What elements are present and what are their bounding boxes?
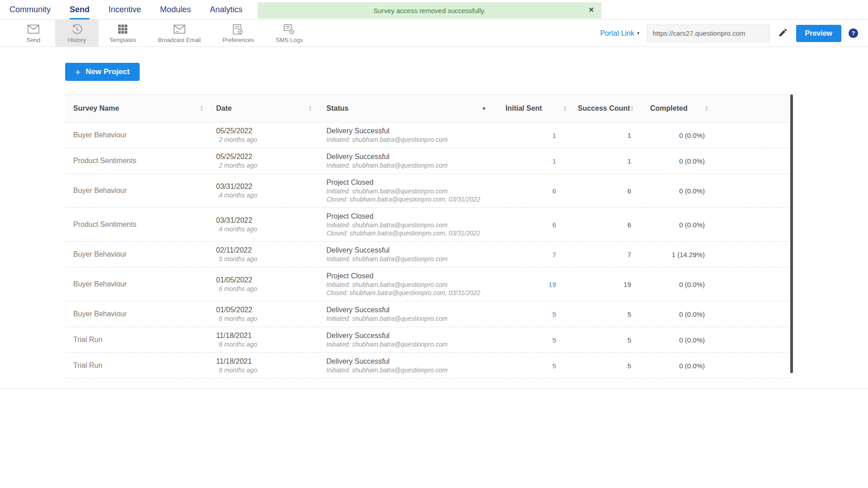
survey-name-link[interactable]: Buyer Behaviour (73, 187, 127, 194)
toolbar-history[interactable]: History (55, 20, 99, 47)
table-scrollbar[interactable] (790, 94, 793, 373)
toolbar-preferences-label: Preferences (222, 37, 254, 43)
success-count-value: 5 (574, 362, 641, 370)
plus-icon: + (75, 67, 80, 77)
table-body: Buyer Behaviour 05/25/2022 2 months ago … (65, 122, 793, 379)
sort-icon[interactable]: ▲▼ (200, 105, 203, 112)
success-count-value: 6 (574, 221, 641, 229)
header-survey-name[interactable]: Survey Name ▲▼ (65, 104, 211, 113)
table-row: Buyer Behaviour 05/25/2022 2 months ago … (65, 122, 793, 148)
table-row: Product Sentiments 03/31/2022 4 months a… (65, 208, 793, 242)
completed-value: 0 (0.0%) (641, 362, 716, 370)
survey-name-link[interactable]: Buyer Behaviour (73, 280, 127, 288)
sort-icon[interactable]: ▲▼ (630, 105, 634, 112)
survey-name-link[interactable]: Trial Run (73, 361, 102, 369)
nav-community[interactable]: Community (9, 0, 51, 19)
sort-icon[interactable]: ▲▼ (705, 105, 708, 112)
initial-sent-link[interactable]: 1 (552, 131, 556, 139)
portal-link-label: Portal Link (600, 29, 634, 38)
history-table: Survey Name ▲▼ Date ▲▼ Status ▼ Initial … (65, 94, 793, 379)
date-relative: 8 months ago (216, 366, 319, 374)
status-details: Initiated: shubham.batra@questionpro.com (326, 314, 494, 323)
date-value: 03/31/2022 (216, 182, 319, 191)
date-relative: 2 months ago (216, 161, 319, 169)
status-details: Initiated: shubham.batra@questionpro.com (326, 161, 494, 169)
success-count-value: 5 (574, 310, 641, 318)
status-text: Delivery Successful (326, 246, 494, 255)
survey-name-link[interactable]: Product Sentiments (73, 157, 137, 164)
portal-link-dropdown[interactable]: Portal Link ▾ (600, 29, 639, 38)
main-content: + New Project Survey Name ▲▼ Date ▲▼ Sta… (0, 47, 868, 379)
completed-value: 1 (14.29%) (641, 251, 716, 258)
toolbar-sms-logs[interactable]: SMS Logs (265, 20, 314, 47)
new-project-button[interactable]: + New Project (65, 63, 140, 81)
toolbar-send[interactable]: Send (12, 20, 55, 47)
table-row: Buyer Behaviour 01/05/2022 6 months ago … (65, 267, 793, 301)
send-envelope-icon (28, 23, 39, 35)
success-count-value: 19 (574, 281, 641, 288)
initial-sent-link[interactable]: 19 (548, 281, 556, 288)
close-icon[interactable]: ✕ (588, 6, 594, 14)
portal-url-input[interactable] (647, 24, 770, 42)
header-date[interactable]: Date ▲▼ (211, 104, 319, 113)
top-nav: Community Send Incentive Modules Analyti… (0, 0, 868, 20)
header-success-count[interactable]: Success Count ▲▼ (574, 104, 641, 113)
toolbar-preferences[interactable]: Preferences (212, 20, 265, 47)
new-project-label: New Project (85, 67, 129, 76)
sms-logs-icon (283, 23, 295, 35)
date-value: 11/18/2021 (216, 357, 319, 366)
toolbar-right: Portal Link ▾ Preview ? (600, 20, 868, 47)
initial-sent-link[interactable]: 6 (552, 221, 556, 229)
toolbar-history-label: History (68, 37, 86, 43)
survey-name-link[interactable]: Buyer Behaviour (73, 250, 127, 258)
survey-name-link[interactable]: Product Sentiments (73, 221, 137, 228)
preview-button[interactable]: Preview (796, 25, 841, 42)
banner-message: Survey access removed successfully. (373, 7, 486, 14)
status-text: Delivery Successful (326, 152, 494, 161)
date-value: 01/05/2022 (216, 276, 319, 285)
initial-sent-link[interactable]: 5 (552, 336, 556, 344)
initial-sent-link[interactable]: 1 (552, 157, 556, 165)
survey-name-link[interactable]: Buyer Behaviour (73, 310, 127, 318)
sort-icon[interactable]: ▲▼ (563, 105, 567, 112)
table-header: Survey Name ▲▼ Date ▲▼ Status ▼ Initial … (65, 94, 793, 122)
date-value: 02/11/2022 (216, 246, 319, 255)
table-row: Trial Run 11/18/2021 8 months ago Delive… (65, 327, 793, 353)
toolbar-templates[interactable]: Templates (99, 20, 147, 47)
status-details: Initiated: shubham.batra@questionpro.com (326, 340, 494, 348)
broadcast-email-icon (174, 23, 185, 35)
success-banner: Survey access removed successfully. ✕ (258, 2, 601, 19)
templates-grid-icon (118, 23, 128, 35)
toolbar-broadcast-email[interactable]: Broadcast Email (147, 20, 212, 47)
initial-sent-link[interactable]: 5 (552, 362, 556, 370)
header-status[interactable]: Status ▼ (319, 104, 494, 113)
help-icon[interactable]: ? (849, 28, 858, 38)
header-completed[interactable]: Completed ▲▼ (641, 104, 716, 113)
status-filter-caret-icon[interactable]: ▼ (481, 106, 486, 111)
completed-value: 0 (0.0%) (641, 336, 716, 344)
initial-sent-link[interactable]: 5 (552, 310, 556, 318)
status-details: Initiated: shubham.batra@questionpro.com (326, 255, 494, 263)
status-details: Initiated: shubham.batra@questionpro.com… (326, 187, 494, 203)
initial-sent-link[interactable]: 6 (552, 187, 556, 195)
nav-incentive[interactable]: Incentive (108, 0, 141, 19)
nav-modules[interactable]: Modules (160, 0, 191, 19)
status-text: Delivery Successful (326, 357, 494, 366)
toolbar-send-label: Send (27, 37, 40, 43)
status-details: Initiated: shubham.batra@questionpro.com… (326, 281, 494, 297)
survey-name-link[interactable]: Buyer Behaviour (73, 131, 127, 139)
completed-value: 0 (0.0%) (641, 310, 716, 318)
initial-sent-link[interactable]: 7 (552, 251, 556, 258)
status-details: Initiated: shubham.batra@questionpro.com (326, 136, 494, 144)
nav-send[interactable]: Send (70, 0, 90, 19)
survey-name-link[interactable]: Trial Run (73, 336, 102, 343)
sort-icon[interactable]: ▲▼ (308, 105, 312, 112)
nav-analytics[interactable]: Analytics (210, 0, 242, 19)
date-value: 03/31/2022 (216, 216, 319, 225)
success-count-value: 6 (574, 187, 641, 195)
chevron-down-icon: ▾ (637, 30, 640, 36)
preferences-gear-icon (232, 23, 244, 35)
header-initial-sent[interactable]: Initial Sent ▲▼ (494, 104, 574, 113)
date-value: 05/25/2022 (216, 152, 319, 161)
edit-link-button[interactable] (777, 27, 789, 40)
